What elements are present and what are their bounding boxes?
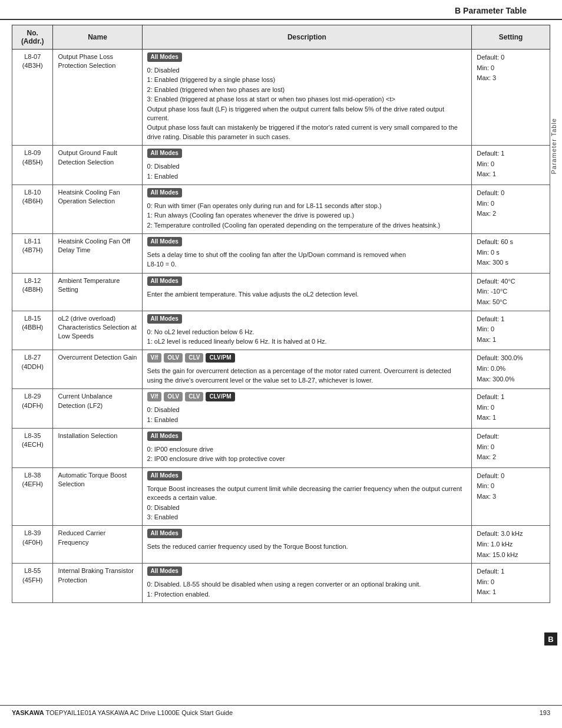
- cell-desc: All Modes0: Disabled1: Enabled: [142, 146, 472, 185]
- cell-name: Installation Selection: [53, 428, 142, 467]
- param-addr: (45FH): [22, 577, 42, 584]
- cell-no: L8-55(45FH): [12, 564, 53, 603]
- param-addr: (4B8H): [22, 286, 43, 293]
- col-header-setting: Setting: [472, 25, 550, 50]
- param-no: L8-09: [24, 149, 41, 156]
- cell-name: Output Phase Loss Protection Selection: [53, 50, 142, 146]
- cell-name: Ambient Temperature Setting: [53, 273, 142, 311]
- desc-line: 0: IP00 enclosure drive: [147, 445, 467, 454]
- mode-badge: All Modes: [147, 149, 182, 158]
- desc-line: 2: IP00 enclosure drive with top protect…: [147, 454, 467, 463]
- param-no: L8-11: [24, 238, 41, 245]
- cell-desc: All Modes0: No oL2 level reduction below…: [142, 311, 472, 350]
- badge-row: All Modes: [147, 431, 467, 443]
- param-no: L8-29: [24, 393, 41, 400]
- desc-line: Output phase loss fault (LF) is triggere…: [147, 105, 467, 123]
- mode-badge: OLV: [164, 353, 183, 363]
- desc-line: 0: Disabled: [147, 66, 467, 75]
- mode-badge: All Modes: [147, 52, 182, 62]
- param-no: L8-27: [24, 354, 41, 361]
- cell-desc: All Modes0: IP00 enclosure drive2: IP00 …: [142, 428, 472, 467]
- mode-badge: CLV/PM: [206, 392, 234, 401]
- mode-badge: All Modes: [147, 566, 182, 576]
- cell-setting: Default: 3.0 kHzMin: 1.0 kHzMax: 15.0 kH…: [472, 526, 550, 564]
- desc-line: Sets a delay time to shut off the coolin…: [147, 251, 467, 259]
- cell-name: Heatsink Cooling Fan Operation Selection: [53, 185, 142, 233]
- cell-name: Heatsink Cooling Fan Off Delay Time: [53, 234, 142, 274]
- table-row: L8-35(4ECH)Installation SelectionAll Mod…: [12, 428, 550, 467]
- table-row: L8-38(4EFH)Automatic Torque Boost Select…: [12, 467, 550, 526]
- param-addr: (4B5H): [22, 159, 43, 166]
- desc-line: 1: Enabled: [147, 172, 467, 181]
- param-no: L8-15: [24, 315, 41, 322]
- table-row: L8-15(4BBH)oL2 (drive overload) Characte…: [12, 311, 550, 350]
- table-row: L8-11(4B7H)Heatsink Cooling Fan Off Dela…: [12, 234, 550, 274]
- cell-name: Internal Braking Transistor Protection: [53, 564, 142, 603]
- table-container: No.(Addr.) Name Description Setting L8-0…: [0, 25, 562, 603]
- mode-badge: All Modes: [147, 471, 182, 480]
- cell-desc: All ModesSets the reduced carrier freque…: [142, 526, 472, 564]
- footer-page-number: 193: [540, 709, 550, 716]
- desc-line: Sets the reduced carrier frequency used …: [147, 542, 467, 551]
- desc-line: 3: Enabled: [147, 513, 467, 522]
- cell-desc: All Modes0: Disabled. L8-55 should be di…: [142, 564, 472, 603]
- cell-no: L8-09(4B5H): [12, 146, 53, 185]
- parameter-table: No.(Addr.) Name Description Setting L8-0…: [12, 25, 550, 603]
- mode-badge: All Modes: [147, 529, 182, 538]
- table-row: L8-27(4DDH)Overcurrent Detection GainV/f…: [12, 350, 550, 389]
- table-row: L8-55(45FH)Internal Braking Transistor P…: [12, 564, 550, 603]
- badge-row: All Modes: [147, 566, 467, 578]
- param-no: L8-38: [24, 472, 41, 479]
- param-addr: (4BBH): [22, 324, 43, 331]
- param-no: L8-12: [24, 277, 41, 284]
- mode-badge: V/f: [147, 353, 162, 363]
- desc-line: 0: No oL2 level reduction below 6 Hz.: [147, 328, 467, 337]
- param-addr: (4B6H): [22, 197, 43, 205]
- cell-desc: All ModesTorque Boost increases the outp…: [142, 467, 472, 526]
- cell-setting: Default: Min: 0Max: 2: [472, 428, 550, 467]
- col-header-desc: Description: [142, 25, 472, 50]
- col-header-name: Name: [53, 25, 142, 50]
- param-no: L8-10: [24, 189, 41, 196]
- page-header: B Parameter Table: [0, 0, 562, 20]
- mode-badge: CLV/PM: [206, 353, 234, 363]
- cell-setting: Default: 1Min: 0Max: 1: [472, 389, 550, 429]
- cell-setting: Default: 0Min: 0Max: 3: [472, 50, 550, 146]
- badge-row: All Modes: [147, 237, 467, 248]
- cell-no: L8-07(4B3H): [12, 50, 53, 146]
- cell-no: L8-29(4DFH): [12, 389, 53, 429]
- desc-line: 1: oL2 level is reduced linearly below 6…: [147, 337, 467, 346]
- cell-name: Output Ground Fault Detection Selection: [53, 146, 142, 185]
- desc-line: Torque Boost increases the output curren…: [147, 485, 467, 503]
- cell-no: L8-39(4F0H): [12, 526, 53, 564]
- param-no: L8-39: [24, 529, 41, 536]
- cell-no: L8-10(4B6H): [12, 185, 53, 233]
- page: B Parameter Table No.(Addr.) Name Descri…: [0, 0, 562, 728]
- param-addr: (4F0H): [22, 539, 42, 546]
- desc-line: Sets the gain for overcurrent detection …: [147, 367, 467, 385]
- desc-line: 0: Run with timer (Fan operates only dur…: [147, 202, 467, 210]
- badge-row: All Modes: [147, 314, 467, 325]
- param-no: L8-35: [24, 432, 41, 439]
- param-addr: (4B7H): [22, 246, 43, 253]
- mode-badge: All Modes: [147, 188, 182, 197]
- cell-setting: Default: 1Min: 0Max: 1: [472, 311, 550, 350]
- mode-badge: All Modes: [147, 431, 182, 441]
- footer-brand: YASKAWA: [12, 709, 44, 716]
- badge-row: All Modes: [147, 276, 467, 288]
- param-addr: (4ECH): [22, 441, 44, 448]
- desc-line: 0: Disabled. L8-55 should be disabled wh…: [147, 580, 467, 589]
- side-label: Parameter Table: [550, 118, 557, 174]
- footer-left: YASKAWA TOEPYAIL1E01A YASKAWA AC Drive L…: [12, 709, 233, 716]
- cell-setting: Default: 0Min: 0Max: 3: [472, 467, 550, 526]
- desc-line: L8-10 = 0.: [147, 260, 467, 269]
- desc-line: 1: Run always (Cooling fan operates when…: [147, 211, 467, 220]
- page-title: B Parameter Table: [455, 6, 527, 15]
- mode-badge: CLV: [185, 392, 203, 401]
- desc-line: 2: Enabled (triggered when two phases ar…: [147, 85, 467, 94]
- cell-name: Overcurrent Detection Gain: [53, 350, 142, 389]
- cell-no: L8-35(4ECH): [12, 428, 53, 467]
- badge-row: All Modes: [147, 188, 467, 199]
- mode-badge: All Modes: [147, 237, 182, 246]
- cell-setting: Default: 300.0%Min: 0.0%Max: 300.0%: [472, 350, 550, 389]
